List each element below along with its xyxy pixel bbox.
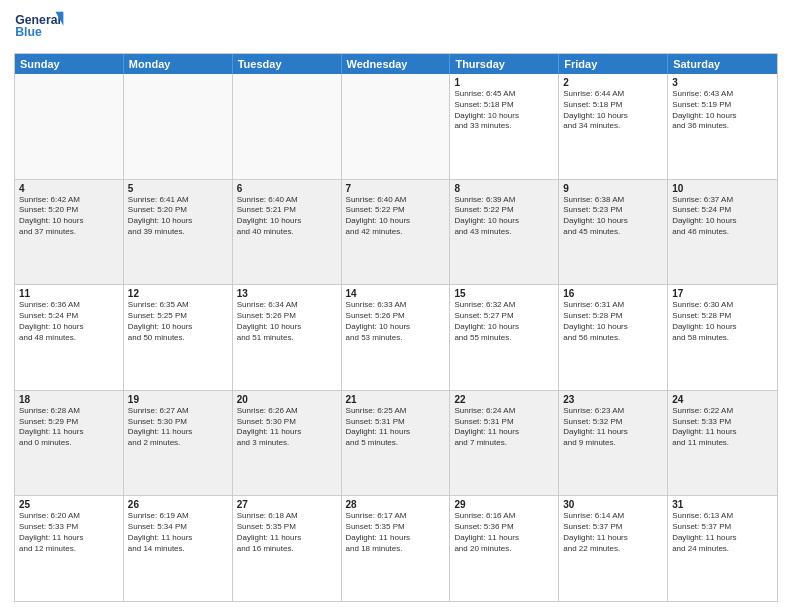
calendar-cell-18: 18Sunrise: 6:28 AM Sunset: 5:29 PM Dayli… [15, 391, 124, 496]
calendar-cell-28: 28Sunrise: 6:17 AM Sunset: 5:35 PM Dayli… [342, 496, 451, 601]
cell-text: Sunrise: 6:36 AM Sunset: 5:24 PM Dayligh… [19, 300, 119, 343]
calendar-cell-4: 4Sunrise: 6:42 AM Sunset: 5:20 PM Daylig… [15, 180, 124, 285]
cell-text: Sunrise: 6:40 AM Sunset: 5:22 PM Dayligh… [346, 195, 446, 238]
day-number: 29 [454, 499, 554, 510]
cell-text: Sunrise: 6:13 AM Sunset: 5:37 PM Dayligh… [672, 511, 773, 554]
cell-text: Sunrise: 6:17 AM Sunset: 5:35 PM Dayligh… [346, 511, 446, 554]
calendar-cell-19: 19Sunrise: 6:27 AM Sunset: 5:30 PM Dayli… [124, 391, 233, 496]
page: GeneralBlue SundayMondayTuesdayWednesday… [0, 0, 792, 612]
day-number: 23 [563, 394, 663, 405]
calendar: SundayMondayTuesdayWednesdayThursdayFrid… [14, 53, 778, 602]
day-number: 10 [672, 183, 773, 194]
calendar-cell-empty-1 [124, 74, 233, 179]
calendar-cell-12: 12Sunrise: 6:35 AM Sunset: 5:25 PM Dayli… [124, 285, 233, 390]
day-number: 11 [19, 288, 119, 299]
cell-text: Sunrise: 6:22 AM Sunset: 5:33 PM Dayligh… [672, 406, 773, 449]
calendar-cell-14: 14Sunrise: 6:33 AM Sunset: 5:26 PM Dayli… [342, 285, 451, 390]
cell-text: Sunrise: 6:24 AM Sunset: 5:31 PM Dayligh… [454, 406, 554, 449]
cell-text: Sunrise: 6:26 AM Sunset: 5:30 PM Dayligh… [237, 406, 337, 449]
day-number: 20 [237, 394, 337, 405]
calendar-header: SundayMondayTuesdayWednesdayThursdayFrid… [15, 54, 777, 74]
day-number: 8 [454, 183, 554, 194]
calendar-cell-2: 2Sunrise: 6:44 AM Sunset: 5:18 PM Daylig… [559, 74, 668, 179]
day-number: 26 [128, 499, 228, 510]
cell-text: Sunrise: 6:14 AM Sunset: 5:37 PM Dayligh… [563, 511, 663, 554]
cell-text: Sunrise: 6:32 AM Sunset: 5:27 PM Dayligh… [454, 300, 554, 343]
cell-text: Sunrise: 6:43 AM Sunset: 5:19 PM Dayligh… [672, 89, 773, 132]
cell-text: Sunrise: 6:25 AM Sunset: 5:31 PM Dayligh… [346, 406, 446, 449]
cell-text: Sunrise: 6:27 AM Sunset: 5:30 PM Dayligh… [128, 406, 228, 449]
day-number: 14 [346, 288, 446, 299]
cell-text: Sunrise: 6:28 AM Sunset: 5:29 PM Dayligh… [19, 406, 119, 449]
logo: GeneralBlue [14, 10, 69, 45]
calendar-row-3: 18Sunrise: 6:28 AM Sunset: 5:29 PM Dayli… [15, 391, 777, 497]
cell-text: Sunrise: 6:37 AM Sunset: 5:24 PM Dayligh… [672, 195, 773, 238]
day-number: 27 [237, 499, 337, 510]
calendar-cell-6: 6Sunrise: 6:40 AM Sunset: 5:21 PM Daylig… [233, 180, 342, 285]
cell-text: Sunrise: 6:19 AM Sunset: 5:34 PM Dayligh… [128, 511, 228, 554]
calendar-cell-1: 1Sunrise: 6:45 AM Sunset: 5:18 PM Daylig… [450, 74, 559, 179]
calendar-cell-26: 26Sunrise: 6:19 AM Sunset: 5:34 PM Dayli… [124, 496, 233, 601]
calendar-cell-7: 7Sunrise: 6:40 AM Sunset: 5:22 PM Daylig… [342, 180, 451, 285]
calendar-cell-30: 30Sunrise: 6:14 AM Sunset: 5:37 PM Dayli… [559, 496, 668, 601]
cell-text: Sunrise: 6:45 AM Sunset: 5:18 PM Dayligh… [454, 89, 554, 132]
day-number: 13 [237, 288, 337, 299]
calendar-cell-3: 3Sunrise: 6:43 AM Sunset: 5:19 PM Daylig… [668, 74, 777, 179]
calendar-cell-20: 20Sunrise: 6:26 AM Sunset: 5:30 PM Dayli… [233, 391, 342, 496]
weekday-header-saturday: Saturday [668, 54, 777, 74]
day-number: 6 [237, 183, 337, 194]
day-number: 9 [563, 183, 663, 194]
calendar-cell-16: 16Sunrise: 6:31 AM Sunset: 5:28 PM Dayli… [559, 285, 668, 390]
calendar-cell-13: 13Sunrise: 6:34 AM Sunset: 5:26 PM Dayli… [233, 285, 342, 390]
day-number: 28 [346, 499, 446, 510]
day-number: 21 [346, 394, 446, 405]
calendar-cell-empty-3 [342, 74, 451, 179]
calendar-cell-5: 5Sunrise: 6:41 AM Sunset: 5:20 PM Daylig… [124, 180, 233, 285]
calendar-cell-15: 15Sunrise: 6:32 AM Sunset: 5:27 PM Dayli… [450, 285, 559, 390]
calendar-row-1: 4Sunrise: 6:42 AM Sunset: 5:20 PM Daylig… [15, 180, 777, 286]
calendar-body: 1Sunrise: 6:45 AM Sunset: 5:18 PM Daylig… [15, 74, 777, 601]
weekday-header-thursday: Thursday [450, 54, 559, 74]
weekday-header-tuesday: Tuesday [233, 54, 342, 74]
calendar-cell-empty-0 [15, 74, 124, 179]
weekday-header-wednesday: Wednesday [342, 54, 451, 74]
calendar-cell-21: 21Sunrise: 6:25 AM Sunset: 5:31 PM Dayli… [342, 391, 451, 496]
calendar-cell-29: 29Sunrise: 6:16 AM Sunset: 5:36 PM Dayli… [450, 496, 559, 601]
cell-text: Sunrise: 6:40 AM Sunset: 5:21 PM Dayligh… [237, 195, 337, 238]
day-number: 3 [672, 77, 773, 88]
day-number: 16 [563, 288, 663, 299]
day-number: 4 [19, 183, 119, 194]
cell-text: Sunrise: 6:23 AM Sunset: 5:32 PM Dayligh… [563, 406, 663, 449]
header: GeneralBlue [14, 10, 778, 45]
weekday-header-friday: Friday [559, 54, 668, 74]
cell-text: Sunrise: 6:31 AM Sunset: 5:28 PM Dayligh… [563, 300, 663, 343]
day-number: 5 [128, 183, 228, 194]
cell-text: Sunrise: 6:30 AM Sunset: 5:28 PM Dayligh… [672, 300, 773, 343]
day-number: 25 [19, 499, 119, 510]
calendar-cell-8: 8Sunrise: 6:39 AM Sunset: 5:22 PM Daylig… [450, 180, 559, 285]
day-number: 30 [563, 499, 663, 510]
cell-text: Sunrise: 6:18 AM Sunset: 5:35 PM Dayligh… [237, 511, 337, 554]
day-number: 24 [672, 394, 773, 405]
weekday-header-sunday: Sunday [15, 54, 124, 74]
cell-text: Sunrise: 6:16 AM Sunset: 5:36 PM Dayligh… [454, 511, 554, 554]
calendar-row-0: 1Sunrise: 6:45 AM Sunset: 5:18 PM Daylig… [15, 74, 777, 180]
day-number: 17 [672, 288, 773, 299]
svg-text:Blue: Blue [15, 25, 42, 39]
calendar-cell-25: 25Sunrise: 6:20 AM Sunset: 5:33 PM Dayli… [15, 496, 124, 601]
day-number: 7 [346, 183, 446, 194]
cell-text: Sunrise: 6:34 AM Sunset: 5:26 PM Dayligh… [237, 300, 337, 343]
day-number: 22 [454, 394, 554, 405]
calendar-cell-11: 11Sunrise: 6:36 AM Sunset: 5:24 PM Dayli… [15, 285, 124, 390]
calendar-row-2: 11Sunrise: 6:36 AM Sunset: 5:24 PM Dayli… [15, 285, 777, 391]
calendar-cell-24: 24Sunrise: 6:22 AM Sunset: 5:33 PM Dayli… [668, 391, 777, 496]
calendar-cell-10: 10Sunrise: 6:37 AM Sunset: 5:24 PM Dayli… [668, 180, 777, 285]
calendar-cell-17: 17Sunrise: 6:30 AM Sunset: 5:28 PM Dayli… [668, 285, 777, 390]
cell-text: Sunrise: 6:35 AM Sunset: 5:25 PM Dayligh… [128, 300, 228, 343]
calendar-cell-27: 27Sunrise: 6:18 AM Sunset: 5:35 PM Dayli… [233, 496, 342, 601]
day-number: 1 [454, 77, 554, 88]
calendar-cell-9: 9Sunrise: 6:38 AM Sunset: 5:23 PM Daylig… [559, 180, 668, 285]
cell-text: Sunrise: 6:42 AM Sunset: 5:20 PM Dayligh… [19, 195, 119, 238]
day-number: 31 [672, 499, 773, 510]
day-number: 2 [563, 77, 663, 88]
